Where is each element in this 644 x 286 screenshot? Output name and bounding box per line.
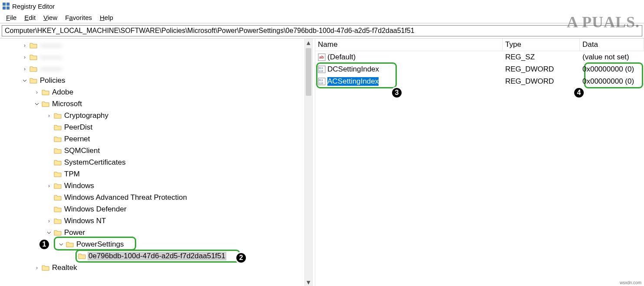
svg-text:011: 011	[319, 67, 324, 69]
regdword-icon: 011110	[318, 78, 326, 85]
values-header: Name Type Data	[315, 39, 644, 51]
value-row[interactable]: ab (Default) REG_SZ (value not set)	[315, 51, 644, 63]
expand-icon[interactable]: ›	[46, 183, 52, 189]
splitter[interactable]	[312, 39, 315, 286]
tree-item-windows[interactable]: Windows	[63, 182, 95, 190]
tree-item-windefender[interactable]: Windows Defender	[63, 205, 127, 214]
value-name: ACSettingIndex	[327, 77, 379, 86]
svg-text:110: 110	[319, 82, 324, 84]
value-data: 0x00000000 (0)	[580, 65, 644, 74]
expand-icon[interactable]: ›	[22, 42, 28, 49]
annotation-badge-1: 1	[38, 238, 50, 250]
tree-item-powersettings[interactable]: PowerSettings	[75, 240, 125, 249]
values-pane[interactable]: Name Type Data ab (Default) REG_SZ (valu…	[315, 39, 644, 286]
tree-item[interactable]: ———	[39, 65, 63, 73]
tree-item[interactable]: ———	[39, 41, 63, 50]
collapse-icon[interactable]	[22, 78, 28, 83]
tree-item-cryptography[interactable]: Cryptography	[63, 111, 109, 120]
menubar: File Edit View Favorites Help	[0, 12, 644, 23]
value-row[interactable]: 011110 DCSettingIndex REG_DWORD 0x000000…	[315, 63, 644, 75]
menu-favorites[interactable]: Favorites	[62, 13, 95, 22]
folder-icon	[54, 136, 62, 143]
svg-rect-1	[7, 3, 10, 6]
value-name: DCSettingIndex	[327, 65, 379, 74]
annotation-badge-4: 4	[573, 87, 585, 99]
folder-icon	[54, 194, 62, 201]
tree-pane[interactable]: ›——— ›——— ›——— Policies ›Adobe Microsoft…	[0, 39, 312, 286]
column-type[interactable]: Type	[503, 39, 580, 51]
tree-item-winnt[interactable]: Windows NT	[63, 217, 107, 225]
annotation-badge-3: 3	[391, 87, 403, 99]
expand-icon[interactable]: ›	[34, 89, 40, 95]
svg-text:011: 011	[319, 79, 324, 81]
svg-rect-2	[3, 6, 6, 10]
collapse-icon[interactable]	[58, 242, 64, 247]
tree-item-realtek[interactable]: Realtek	[51, 263, 78, 272]
tree-item-adobe[interactable]: Adobe	[51, 88, 74, 97]
folder-icon	[29, 65, 37, 72]
folder-icon	[54, 229, 62, 236]
collapse-icon[interactable]	[34, 102, 40, 106]
expand-icon[interactable]: ›	[46, 218, 52, 224]
tree-item-systemcertificates[interactable]: SystemCertificates	[63, 158, 127, 167]
folder-icon	[29, 42, 37, 49]
folder-icon	[78, 253, 86, 260]
value-row[interactable]: 011110 ACSettingIndex REG_DWORD 0x000000…	[315, 75, 644, 88]
folder-icon	[66, 241, 74, 248]
tree-item-peernet[interactable]: Peernet	[63, 135, 91, 143]
value-type: REG_DWORD	[503, 65, 580, 74]
tree-item-peerdist[interactable]: PeerDist	[63, 123, 93, 132]
tree-item-sqmclient[interactable]: SQMClient	[63, 146, 101, 155]
expand-icon[interactable]: ›	[46, 113, 52, 119]
menu-file[interactable]: File	[3, 13, 20, 22]
scrollbar-down-icon[interactable]: ▾	[305, 278, 312, 286]
svg-text:110: 110	[319, 70, 324, 72]
tree-scrollbar[interactable]: ▴ ▾	[304, 39, 312, 286]
folder-icon	[54, 112, 62, 119]
folder-icon	[42, 101, 49, 107]
values-body: ab (Default) REG_SZ (value not set) 0111…	[315, 51, 644, 88]
scrollbar-up-icon[interactable]: ▴	[305, 39, 312, 46]
svg-rect-0	[3, 3, 6, 6]
folder-icon	[42, 264, 49, 271]
value-data: 0x00000000 (0)	[580, 77, 644, 86]
registry-editor-window: Registry Editor File Edit View Favorites…	[0, 0, 644, 286]
regedit-icon	[3, 3, 10, 10]
window-title: Registry Editor	[12, 3, 55, 10]
folder-icon	[54, 147, 62, 154]
tree-item-tpm[interactable]: TPM	[63, 170, 81, 179]
folder-icon	[54, 124, 62, 131]
tree-item-microsoft[interactable]: Microsoft	[51, 100, 83, 108]
expand-icon[interactable]: ›	[34, 265, 40, 271]
expand-icon[interactable]: ›	[22, 66, 28, 72]
tree-item[interactable]: ———	[39, 53, 63, 62]
scrollbar-track[interactable]	[305, 46, 312, 278]
folder-icon	[29, 54, 37, 61]
folder-icon	[54, 171, 62, 178]
scrollbar-thumb[interactable]	[306, 48, 311, 96]
main-pane: ›——— ›——— ›——— Policies ›Adobe Microsoft…	[0, 38, 644, 286]
tree-item-policies[interactable]: Policies	[39, 76, 66, 85]
menu-edit[interactable]: Edit	[21, 13, 39, 22]
regsz-icon: ab	[318, 53, 326, 61]
tree-item-watp[interactable]: Windows Advanced Threat Protection	[63, 193, 188, 202]
expand-icon[interactable]: ›	[22, 54, 28, 60]
svg-text:ab: ab	[319, 55, 324, 59]
folder-icon	[54, 182, 62, 189]
tree-item-guid[interactable]: 0e796bdb-100d-47d6-a2d5-f7d2daa51f51	[88, 252, 226, 260]
value-data: (value not set)	[580, 53, 644, 62]
value-type: REG_SZ	[503, 53, 580, 62]
address-bar[interactable]: Computer\HKEY_LOCAL_MACHINE\SOFTWARE\Pol…	[2, 25, 642, 36]
value-name: (Default)	[327, 53, 356, 62]
titlebar: Registry Editor	[0, 0, 644, 12]
folder-icon	[54, 159, 62, 166]
column-name[interactable]: Name	[315, 39, 503, 51]
tree-item-power[interactable]: Power	[63, 228, 86, 237]
regdword-icon: 011110	[318, 65, 326, 73]
menu-help[interactable]: Help	[96, 13, 117, 22]
folder-icon	[54, 206, 62, 213]
folder-icon	[54, 218, 62, 224]
menu-view[interactable]: View	[40, 13, 61, 22]
column-data[interactable]: Data	[580, 39, 644, 51]
collapse-icon[interactable]	[46, 231, 52, 235]
